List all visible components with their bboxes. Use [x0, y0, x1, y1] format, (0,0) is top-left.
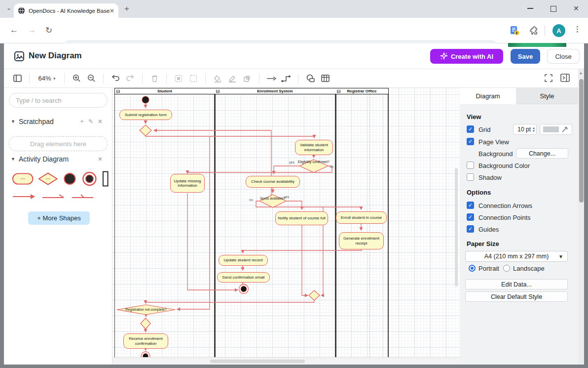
- zoom-level-dropdown[interactable]: 64% ▾: [34, 72, 60, 85]
- select-group-icon[interactable]: [171, 72, 186, 85]
- browser-menu-kebab-icon[interactable]: ⋮: [574, 25, 581, 34]
- tab-style[interactable]: Style: [516, 88, 578, 104]
- page-view-label: Page View: [478, 138, 509, 146]
- scratchpad-add-icon[interactable]: +: [80, 118, 84, 125]
- shapes-icon[interactable]: [303, 72, 318, 85]
- scrollbar-thumb[interactable]: [210, 360, 305, 363]
- properties-panel: Diagram Style View ✓ Grid 10 pt ▲▼ ✓ Pag…: [460, 88, 578, 365]
- scratchpad-edit-icon[interactable]: ✎: [88, 118, 93, 125]
- collapse-caret-icon[interactable]: ▼: [11, 157, 15, 162]
- undo-icon[interactable]: [108, 72, 123, 85]
- paper-size-select[interactable]: A4 (210 mm x 297 mm) ▼: [465, 251, 568, 262]
- scratchpad-dropzone[interactable]: Drag elements here: [9, 136, 108, 151]
- page-view-checkbox[interactable]: ✓: [467, 138, 474, 145]
- toggle-right-panel-icon[interactable]: [560, 74, 570, 84]
- panel-scrollbar[interactable]: ▲: [578, 69, 584, 365]
- elbow-connector-icon[interactable]: [279, 72, 294, 85]
- delete-icon[interactable]: [147, 72, 162, 85]
- connection-points-checkbox[interactable]: ✓: [467, 213, 474, 221]
- table-icon[interactable]: [318, 72, 332, 85]
- grid-color-button[interactable]: [540, 124, 572, 135]
- fullscreen-icon[interactable]: [544, 74, 553, 84]
- search-input[interactable]: Type / to search: [9, 93, 108, 108]
- background-change-button[interactable]: Change...: [516, 148, 568, 159]
- grid-checkbox[interactable]: ✓: [467, 125, 474, 133]
- line-color-icon[interactable]: [225, 72, 240, 85]
- landscape-radio[interactable]: [503, 265, 510, 272]
- reload-icon[interactable]: ↻: [45, 25, 52, 36]
- window-maximize-icon[interactable]: [551, 6, 556, 12]
- node-receipt[interactable]: Generate enrollment receipt: [339, 232, 384, 249]
- node-update-missing[interactable]: Update missing information: [170, 174, 205, 193]
- close-button[interactable]: Close: [547, 49, 580, 64]
- connection-arrows-label: Connection Arrows: [478, 202, 532, 209]
- node-send-email[interactable]: Send confirmation email: [217, 272, 270, 283]
- avatar[interactable]: A: [552, 24, 565, 37]
- node-submit[interactable]: Submit registration form: [119, 110, 172, 120]
- shape-initial-node[interactable]: [63, 171, 77, 186]
- portrait-radio[interactable]: [469, 265, 476, 272]
- connection-arrows-checkbox[interactable]: ✓: [467, 202, 474, 209]
- tab-close-icon[interactable]: ✕: [110, 7, 114, 14]
- zoom-out-icon[interactable]: [84, 72, 99, 85]
- shape-fork-bar[interactable]: [102, 170, 109, 187]
- shape-flow-chevron[interactable]: [71, 193, 95, 200]
- back-icon[interactable]: ←: [10, 25, 18, 35]
- fill-color-icon[interactable]: [210, 72, 225, 85]
- scroll-up-icon[interactable]: ▲: [579, 71, 583, 75]
- zoom-in-icon[interactable]: [69, 72, 84, 85]
- select-area-icon[interactable]: [186, 72, 201, 85]
- shape-decision[interactable]: [38, 172, 58, 186]
- guides-checkbox[interactable]: ✓: [467, 225, 474, 233]
- extensions-puzzle-icon[interactable]: [529, 26, 539, 36]
- toggle-left-panel-icon[interactable]: [10, 72, 25, 85]
- merge-diamond-2[interactable]: [309, 290, 320, 300]
- scratchpad-header[interactable]: ▼ Scratchpad + ✎ ✕: [11, 118, 108, 125]
- window-close-icon[interactable]: ✕: [573, 4, 579, 12]
- background-color-checkbox[interactable]: [467, 162, 474, 169]
- window-minimize-icon[interactable]: [527, 8, 533, 9]
- node-validate[interactable]: Validate student information: [295, 140, 333, 155]
- node-update-record[interactable]: Update student record: [219, 255, 268, 266]
- diagram-canvas[interactable]: Student Enrollment System Registrar Offi…: [112, 88, 460, 365]
- browser-tab[interactable]: OpenDocs - AI Knowledge Base ✕: [14, 3, 118, 18]
- tab-diagram[interactable]: Diagram: [460, 88, 516, 104]
- chevron-down-icon: ▼: [558, 254, 563, 259]
- shape-control-flow[interactable]: [12, 193, 36, 200]
- forward-icon[interactable]: →: [28, 25, 36, 35]
- connector-layer: [112, 88, 460, 365]
- final-node-1[interactable]: [239, 285, 249, 294]
- tab-search-icon[interactable]: ⌄: [6, 4, 11, 11]
- edit-data-button[interactable]: Edit Data...: [465, 279, 568, 289]
- shadow-checkbox[interactable]: [467, 173, 474, 181]
- new-tab-icon[interactable]: +: [124, 4, 129, 14]
- node-check-course[interactable]: Check course availability: [246, 176, 300, 188]
- node-notify-full[interactable]: Notify student of course full: [275, 211, 328, 225]
- reading-mode-icon[interactable]: [509, 25, 520, 36]
- node-enroll[interactable]: Enroll student in course: [336, 211, 387, 224]
- save-button[interactable]: Save: [511, 49, 540, 64]
- shape-activity[interactable]: [12, 172, 34, 186]
- redo-icon[interactable]: [123, 72, 138, 85]
- clear-default-style-button[interactable]: Clear Default Style: [465, 291, 568, 302]
- more-shapes-button[interactable]: + More Shapes: [28, 211, 90, 225]
- canvas-vertical-scrollbar[interactable]: [455, 168, 458, 286]
- scrollbar-thumb[interactable]: [579, 79, 584, 203]
- shape-final-node[interactable]: [81, 170, 98, 187]
- node-receive-confirmation[interactable]: Receive enrollment confirmation: [123, 333, 168, 349]
- copy-style-icon[interactable]: [240, 72, 255, 85]
- section-close-icon[interactable]: ✕: [98, 156, 103, 163]
- straight-connector-icon[interactable]: [264, 72, 279, 85]
- create-with-ai-button[interactable]: Create with AI: [430, 49, 503, 64]
- shadow-label: Shadow: [478, 174, 502, 181]
- merge-diamond-1[interactable]: [140, 125, 151, 136]
- grid-size-input[interactable]: 10 pt ▲▼: [513, 124, 537, 135]
- shape-flow-open-arrow[interactable]: [41, 193, 65, 200]
- activity-diagram-header[interactable]: ▼ Activity Diagram ✕: [11, 155, 108, 163]
- scratchpad-close-icon[interactable]: ✕: [98, 118, 103, 125]
- initial-node[interactable]: [142, 96, 149, 103]
- spinner-arrows[interactable]: ▲▼: [532, 126, 535, 132]
- collapse-caret-icon[interactable]: ▼: [11, 119, 15, 124]
- merge-diamond-3[interactable]: [141, 318, 150, 329]
- canvas-horizontal-scrollbar[interactable]: [112, 357, 460, 365]
